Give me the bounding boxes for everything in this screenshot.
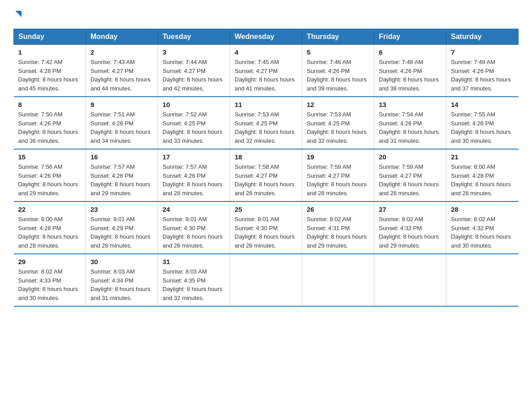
day-number: 1 [18,48,82,56]
day-info: Sunrise: 7:44 AMSunset: 4:27 PMDaylight:… [163,59,223,92]
calendar-cell: 11 Sunrise: 7:53 AMSunset: 4:25 PMDaylig… [230,97,302,149]
calendar-week-row: 29 Sunrise: 8:02 AMSunset: 4:33 PMDaylig… [14,254,519,306]
calendar-cell: 19 Sunrise: 7:59 AMSunset: 4:27 PMDaylig… [302,149,374,201]
calendar-cell: 10 Sunrise: 7:52 AMSunset: 4:25 PMDaylig… [158,97,230,149]
header-wednesday: Wednesday [230,29,302,45]
day-info: Sunrise: 8:00 AMSunset: 4:28 PMDaylight:… [18,216,78,249]
day-number: 19 [307,153,369,161]
day-info: Sunrise: 7:50 AMSunset: 4:26 PMDaylight:… [18,111,78,144]
day-info: Sunrise: 7:59 AMSunset: 4:27 PMDaylight:… [307,163,367,197]
calendar-cell: 8 Sunrise: 7:50 AMSunset: 4:26 PMDayligh… [14,97,86,149]
day-number: 27 [379,206,442,213]
calendar-cell: 4 Sunrise: 7:45 AMSunset: 4:27 PMDayligh… [230,45,302,97]
calendar-cell: 15 Sunrise: 7:56 AMSunset: 4:26 PMDaylig… [14,149,86,201]
day-info: Sunrise: 7:46 AMSunset: 4:26 PMDaylight:… [307,59,367,92]
calendar-cell: 7 Sunrise: 7:49 AMSunset: 4:26 PMDayligh… [446,45,519,97]
calendar-week-row: 1 Sunrise: 7:42 AMSunset: 4:28 PMDayligh… [14,45,519,97]
day-number: 16 [90,153,153,161]
calendar-cell: 26 Sunrise: 8:02 AMSunset: 4:31 PMDaylig… [302,201,374,254]
calendar-cell: 28 Sunrise: 8:02 AMSunset: 4:32 PMDaylig… [446,201,519,254]
calendar-cell: 21 Sunrise: 8:00 AMSunset: 4:28 PMDaylig… [446,149,519,201]
day-number: 15 [18,153,82,161]
day-info: Sunrise: 8:02 AMSunset: 4:31 PMDaylight:… [307,216,367,249]
calendar-cell: 5 Sunrise: 7:46 AMSunset: 4:26 PMDayligh… [302,45,374,97]
day-info: Sunrise: 8:03 AMSunset: 4:35 PMDaylight:… [163,268,223,301]
day-info: Sunrise: 7:51 AMSunset: 4:26 PMDaylight:… [90,111,150,144]
day-number: 26 [307,206,369,213]
svg-marker-0 [15,11,21,17]
calendar-cell: 25 Sunrise: 8:01 AMSunset: 4:30 PMDaylig… [230,201,302,254]
day-number: 29 [18,258,82,265]
day-info: Sunrise: 7:59 AMSunset: 4:27 PMDaylight:… [379,163,439,197]
day-info: Sunrise: 7:53 AMSunset: 4:25 PMDaylight:… [235,111,295,144]
day-number: 30 [90,258,153,265]
day-info: Sunrise: 7:52 AMSunset: 4:25 PMDaylight:… [163,111,223,144]
day-info: Sunrise: 7:48 AMSunset: 4:26 PMDaylight:… [379,59,439,92]
calendar-cell: 29 Sunrise: 8:02 AMSunset: 4:33 PMDaylig… [14,254,86,306]
day-info: Sunrise: 8:01 AMSunset: 4:29 PMDaylight:… [90,216,150,249]
day-info: Sunrise: 8:02 AMSunset: 4:32 PMDaylight:… [451,216,511,249]
day-info: Sunrise: 7:53 AMSunset: 4:25 PMDaylight:… [307,111,367,144]
day-info: Sunrise: 8:02 AMSunset: 4:33 PMDaylight:… [18,268,78,301]
day-number: 8 [18,101,82,108]
day-number: 20 [379,153,442,161]
day-info: Sunrise: 7:45 AMSunset: 4:27 PMDaylight:… [235,59,295,92]
calendar-week-row: 8 Sunrise: 7:50 AMSunset: 4:26 PMDayligh… [14,97,519,149]
day-number: 25 [235,206,297,213]
day-number: 6 [379,48,442,56]
day-number: 23 [90,206,153,213]
calendar-cell: 13 Sunrise: 7:54 AMSunset: 4:26 PMDaylig… [374,97,446,149]
day-number: 7 [451,48,514,56]
day-info: Sunrise: 8:02 AMSunset: 4:32 PMDaylight:… [379,216,439,249]
day-number: 5 [307,48,369,56]
calendar-cell: 16 Sunrise: 7:57 AMSunset: 4:26 PMDaylig… [86,149,158,201]
day-number: 28 [451,206,514,213]
logo-arrow-icon [13,9,23,21]
header-thursday: Thursday [302,29,374,45]
day-info: Sunrise: 8:00 AMSunset: 4:28 PMDaylight:… [451,163,511,197]
day-info: Sunrise: 7:57 AMSunset: 4:26 PMDaylight:… [163,163,223,197]
calendar-week-row: 15 Sunrise: 7:56 AMSunset: 4:26 PMDaylig… [14,149,519,201]
day-info: Sunrise: 7:42 AMSunset: 4:28 PMDaylight:… [18,59,78,92]
calendar-cell [230,254,302,306]
calendar-cell [302,254,374,306]
header-saturday: Saturday [446,29,519,45]
day-number: 10 [163,101,225,108]
logo [13,9,23,21]
calendar-cell: 17 Sunrise: 7:57 AMSunset: 4:26 PMDaylig… [158,149,230,201]
day-number: 11 [235,101,297,108]
day-number: 12 [307,101,369,108]
day-info: Sunrise: 7:56 AMSunset: 4:26 PMDaylight:… [18,163,78,197]
day-number: 24 [163,206,225,213]
day-number: 4 [235,48,297,56]
day-info: Sunrise: 7:54 AMSunset: 4:26 PMDaylight:… [379,111,439,144]
calendar-cell: 1 Sunrise: 7:42 AMSunset: 4:28 PMDayligh… [14,45,86,97]
calendar-cell: 12 Sunrise: 7:53 AMSunset: 4:25 PMDaylig… [302,97,374,149]
calendar-cell: 6 Sunrise: 7:48 AMSunset: 4:26 PMDayligh… [374,45,446,97]
day-number: 3 [163,48,225,56]
day-number: 13 [379,101,442,108]
calendar-cell: 27 Sunrise: 8:02 AMSunset: 4:32 PMDaylig… [374,201,446,254]
calendar-table: SundayMondayTuesdayWednesdayThursdayFrid… [13,29,519,307]
day-info: Sunrise: 8:01 AMSunset: 4:30 PMDaylight:… [235,216,295,249]
day-info: Sunrise: 7:57 AMSunset: 4:26 PMDaylight:… [90,163,150,197]
calendar-cell [446,254,519,306]
calendar-cell: 24 Sunrise: 8:01 AMSunset: 4:30 PMDaylig… [158,201,230,254]
calendar-cell: 2 Sunrise: 7:43 AMSunset: 4:27 PMDayligh… [86,45,158,97]
day-info: Sunrise: 7:49 AMSunset: 4:26 PMDaylight:… [451,59,511,92]
calendar-cell: 20 Sunrise: 7:59 AMSunset: 4:27 PMDaylig… [374,149,446,201]
day-number: 22 [18,206,82,213]
calendar-cell: 14 Sunrise: 7:55 AMSunset: 4:26 PMDaylig… [446,97,519,149]
day-info: Sunrise: 8:01 AMSunset: 4:30 PMDaylight:… [163,216,223,249]
header-friday: Friday [374,29,446,45]
day-info: Sunrise: 7:58 AMSunset: 4:27 PMDaylight:… [235,163,295,197]
calendar-cell [374,254,446,306]
day-number: 17 [163,153,225,161]
calendar-cell: 9 Sunrise: 7:51 AMSunset: 4:26 PMDayligh… [86,97,158,149]
calendar-cell: 3 Sunrise: 7:44 AMSunset: 4:27 PMDayligh… [158,45,230,97]
day-info: Sunrise: 7:43 AMSunset: 4:27 PMDaylight:… [90,59,150,92]
calendar-header-row: SundayMondayTuesdayWednesdayThursdayFrid… [14,29,519,45]
day-number: 31 [163,258,225,265]
calendar-cell: 30 Sunrise: 8:03 AMSunset: 4:34 PMDaylig… [86,254,158,306]
calendar-week-row: 22 Sunrise: 8:00 AMSunset: 4:28 PMDaylig… [14,201,519,254]
